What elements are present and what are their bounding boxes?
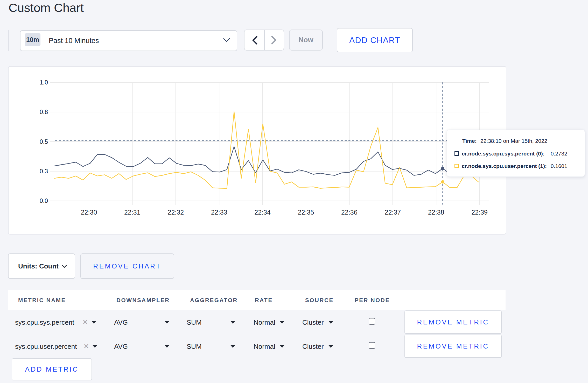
svg-text:0.3: 0.3 <box>40 168 48 175</box>
svg-text:0.0: 0.0 <box>40 197 48 204</box>
svg-text:22:37: 22:37 <box>385 209 401 216</box>
svg-text:22:35: 22:35 <box>298 209 314 216</box>
svg-text:22:33: 22:33 <box>211 209 227 216</box>
svg-text:22:38: 22:38 <box>428 209 444 216</box>
svg-text:22:34: 22:34 <box>254 209 271 216</box>
svg-text:22:31: 22:31 <box>124 209 141 216</box>
svg-text:0.8: 0.8 <box>40 109 48 115</box>
svg-text:22:39: 22:39 <box>471 209 488 216</box>
svg-text:1.0: 1.0 <box>40 79 48 86</box>
svg-text:22:32: 22:32 <box>168 209 184 216</box>
svg-text:22:36: 22:36 <box>341 209 358 216</box>
svg-text:0.5: 0.5 <box>40 138 48 145</box>
svg-text:22:30: 22:30 <box>81 209 97 216</box>
